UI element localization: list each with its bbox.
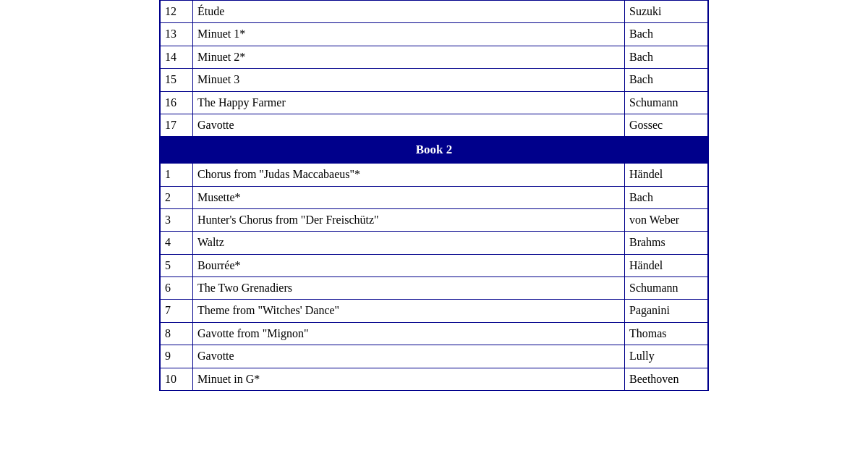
row-number: 17 bbox=[161, 114, 193, 136]
piece-title: Gavotte bbox=[193, 114, 625, 136]
piece-title: Waltz bbox=[193, 232, 625, 254]
composer-name: Händel bbox=[625, 254, 708, 276]
piece-title: Theme from "Witches' Dance" bbox=[193, 300, 625, 322]
table-row: 12 Étude Suzuki bbox=[161, 1, 708, 23]
table-row: 16 The Happy Farmer Schumann bbox=[161, 91, 708, 114]
piece-title: The Happy Farmer bbox=[193, 91, 625, 114]
composer-name: Paganini bbox=[625, 300, 708, 322]
row-number: 15 bbox=[161, 69, 193, 91]
piece-title: Gavotte from "Mignon" bbox=[193, 322, 625, 345]
table-row: 15 Minuet 3 Bach bbox=[161, 69, 708, 91]
composer-name: Bach bbox=[625, 69, 708, 91]
table-row: 10 Minuet in G* Beethoven bbox=[161, 368, 708, 390]
row-number: 7 bbox=[161, 300, 193, 322]
piece-title: Bourrée* bbox=[193, 254, 625, 276]
composer-name: Gossec bbox=[625, 114, 708, 136]
row-number: 12 bbox=[161, 1, 193, 23]
row-number: 10 bbox=[161, 368, 193, 390]
table-row: 7 Theme from "Witches' Dance" Paganini bbox=[161, 300, 708, 322]
table-row: 1 Chorus from "Judas Maccabaeus"* Händel bbox=[161, 164, 708, 186]
composer-name: von Weber bbox=[625, 208, 708, 231]
piece-title: Chorus from "Judas Maccabaeus"* bbox=[193, 164, 625, 186]
composer-name: Beethoven bbox=[625, 368, 708, 390]
row-number: 8 bbox=[161, 322, 193, 345]
piece-title: Étude bbox=[193, 1, 625, 23]
table-row: 8 Gavotte from "Mignon" Thomas bbox=[161, 322, 708, 345]
composer-name: Bach bbox=[625, 23, 708, 46]
composer-name: Suzuki bbox=[625, 1, 708, 23]
music-table-container: 12 Étude Suzuki 13 Minuet 1* Bach 14 Min… bbox=[159, 0, 709, 391]
table-row: 13 Minuet 1* Bach bbox=[161, 23, 708, 46]
table-row: 9 Gavotte Lully bbox=[161, 345, 708, 368]
table-row: 3 Hunter's Chorus from "Der Freischütz" … bbox=[161, 208, 708, 231]
table-row: 14 Minuet 2* Bach bbox=[161, 46, 708, 68]
table-row: 4 Waltz Brahms bbox=[161, 232, 708, 254]
row-number: 1 bbox=[161, 164, 193, 186]
composer-name: Händel bbox=[625, 164, 708, 186]
piece-title: Minuet 1* bbox=[193, 23, 625, 46]
piece-title: Minuet in G* bbox=[193, 368, 625, 390]
piece-title: Minuet 3 bbox=[193, 69, 625, 91]
music-table: 12 Étude Suzuki 13 Minuet 1* Bach 14 Min… bbox=[160, 0, 708, 391]
row-number: 9 bbox=[161, 345, 193, 368]
row-number: 5 bbox=[161, 254, 193, 276]
table-row: 2 Musette* Bach bbox=[161, 186, 708, 208]
composer-name: Lully bbox=[625, 345, 708, 368]
piece-title: Musette* bbox=[193, 186, 625, 208]
table-row: 17 Gavotte Gossec bbox=[161, 114, 708, 136]
composer-name: Bach bbox=[625, 46, 708, 68]
piece-title: Hunter's Chorus from "Der Freischütz" bbox=[193, 208, 625, 231]
row-number: 6 bbox=[161, 277, 193, 300]
composer-name: Schumann bbox=[625, 277, 708, 300]
book2-header-row: Book 2 bbox=[161, 137, 708, 164]
row-number: 16 bbox=[161, 91, 193, 114]
book2-header: Book 2 bbox=[161, 137, 708, 164]
table-row: 6 The Two Grenadiers Schumann bbox=[161, 277, 708, 300]
piece-title: Gavotte bbox=[193, 345, 625, 368]
composer-name: Brahms bbox=[625, 232, 708, 254]
row-number: 13 bbox=[161, 23, 193, 46]
row-number: 4 bbox=[161, 232, 193, 254]
composer-name: Schumann bbox=[625, 91, 708, 114]
piece-title: Minuet 2* bbox=[193, 46, 625, 68]
row-number: 14 bbox=[161, 46, 193, 68]
table-row: 5 Bourrée* Händel bbox=[161, 254, 708, 276]
composer-name: Thomas bbox=[625, 322, 708, 345]
row-number: 3 bbox=[161, 208, 193, 231]
row-number: 2 bbox=[161, 186, 193, 208]
piece-title: The Two Grenadiers bbox=[193, 277, 625, 300]
composer-name: Bach bbox=[625, 186, 708, 208]
